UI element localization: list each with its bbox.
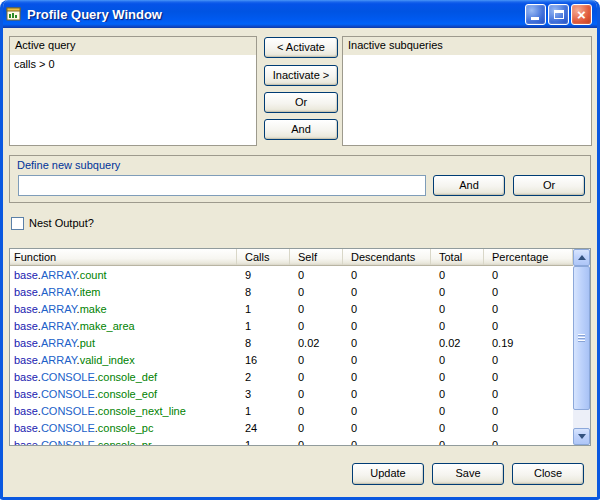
scrollbar-thumb[interactable] bbox=[573, 266, 590, 410]
close-dialog-button[interactable]: Close bbox=[512, 463, 584, 485]
cell-self: 0.02 bbox=[290, 337, 343, 349]
arrow-up-icon bbox=[578, 255, 586, 260]
titlebar[interactable]: Profile Query Window × bbox=[0, 0, 600, 28]
cell-total: 0 bbox=[431, 439, 484, 446]
list-item[interactable]: calls > 0 bbox=[10, 55, 256, 73]
cell-calls: 9 bbox=[237, 269, 290, 281]
cell-descendants: 0 bbox=[343, 422, 431, 434]
cell-descendants: 0 bbox=[343, 286, 431, 298]
arrow-down-icon bbox=[578, 434, 586, 439]
cell-calls: 1 bbox=[237, 320, 290, 332]
column-header-calls[interactable]: Calls bbox=[237, 249, 290, 265]
caption-buttons: × bbox=[525, 4, 592, 25]
screen: Profile Query Window × Active query call… bbox=[0, 0, 600, 500]
scroll-down-button[interactable] bbox=[573, 428, 590, 445]
cell-percentage: 0 bbox=[484, 422, 573, 434]
column-header-total[interactable]: Total bbox=[431, 249, 484, 265]
maximize-button[interactable] bbox=[548, 4, 569, 25]
table-row[interactable]: base.CONSOLE.console_pc 24 0 0 0 0 bbox=[10, 419, 573, 436]
cell-total: 0 bbox=[431, 303, 484, 315]
cell-descendants: 0 bbox=[343, 388, 431, 400]
column-header-percentage[interactable]: Percentage bbox=[484, 249, 573, 265]
cell-calls: 1 bbox=[237, 303, 290, 315]
table-row[interactable]: base.CONSOLE.console_eof 3 0 0 0 0 bbox=[10, 385, 573, 402]
cell-descendants: 0 bbox=[343, 337, 431, 349]
cell-total: 0 bbox=[431, 371, 484, 383]
close-icon: × bbox=[572, 5, 591, 24]
subquery-or-button[interactable]: Or bbox=[513, 175, 585, 196]
inactive-subqueries-label: Inactive subqueries bbox=[343, 37, 591, 55]
cell-total: 0 bbox=[431, 422, 484, 434]
close-button[interactable]: × bbox=[571, 4, 592, 25]
table-row[interactable]: base.ARRAY.valid_index 16 0 0 0 0 bbox=[10, 351, 573, 368]
profile-query-window: Profile Query Window × Active query call… bbox=[0, 0, 600, 500]
cell-calls: 8 bbox=[237, 337, 290, 349]
and-button[interactable]: And bbox=[264, 119, 338, 140]
function-name: base.CONSOLE.console_eof bbox=[10, 388, 237, 400]
cell-descendants: 0 bbox=[343, 354, 431, 366]
cell-self: 0 bbox=[290, 405, 343, 417]
function-name: base.ARRAY.put bbox=[10, 337, 237, 349]
column-header-self[interactable]: Self bbox=[290, 249, 343, 265]
profile-table: Function Calls Self Descendants Total Pe… bbox=[9, 248, 591, 446]
subquery-and-button[interactable]: And bbox=[433, 175, 505, 196]
cell-total: 0 bbox=[431, 320, 484, 332]
or-button[interactable]: Or bbox=[264, 92, 338, 113]
cell-self: 0 bbox=[290, 269, 343, 281]
column-header-function[interactable]: Function bbox=[10, 249, 237, 265]
cell-descendants: 0 bbox=[343, 320, 431, 332]
cell-total: 0 bbox=[431, 269, 484, 281]
table-row[interactable]: base.CONSOLE.console_def 2 0 0 0 0 bbox=[10, 368, 573, 385]
function-name: base.CONSOLE.console_pc bbox=[10, 422, 237, 434]
cell-percentage: 0 bbox=[484, 405, 573, 417]
cell-calls: 3 bbox=[237, 388, 290, 400]
table-body: base.ARRAY.count 9 0 0 0 0 base.ARRAY.it… bbox=[10, 266, 573, 445]
scroll-up-button[interactable] bbox=[573, 249, 590, 266]
cell-total: 0 bbox=[431, 354, 484, 366]
cell-total: 0 bbox=[431, 405, 484, 417]
table-header: Function Calls Self Descendants Total Pe… bbox=[10, 249, 573, 266]
active-query-list[interactable]: calls > 0 bbox=[10, 55, 256, 145]
update-button[interactable]: Update bbox=[352, 463, 424, 485]
function-name: base.CONSOLE.console_next_line bbox=[10, 405, 237, 417]
table-row[interactable]: base.CONSOLE.console_next_line 1 0 0 0 0 bbox=[10, 402, 573, 419]
function-name: base.ARRAY.make bbox=[10, 303, 237, 315]
cell-calls: 2 bbox=[237, 371, 290, 383]
nest-output-checkbox[interactable] bbox=[11, 217, 24, 230]
cell-percentage: 0 bbox=[484, 439, 573, 446]
function-name: base.ARRAY.valid_index bbox=[10, 354, 237, 366]
save-button[interactable]: Save bbox=[432, 463, 504, 485]
cell-total: 0 bbox=[431, 388, 484, 400]
table-row[interactable]: base.ARRAY.make_area 1 0 0 0 0 bbox=[10, 317, 573, 334]
inactivate-button[interactable]: Inactivate > bbox=[264, 65, 338, 86]
cell-total: 0.02 bbox=[431, 337, 484, 349]
cell-self: 0 bbox=[290, 354, 343, 366]
cell-percentage: 0 bbox=[484, 286, 573, 298]
inactive-subqueries-list[interactable] bbox=[343, 55, 591, 145]
column-header-descendants[interactable]: Descendants bbox=[343, 249, 431, 265]
cell-self: 0 bbox=[290, 303, 343, 315]
cell-percentage: 0 bbox=[484, 303, 573, 315]
cell-descendants: 0 bbox=[343, 439, 431, 446]
cell-percentage: 0.19 bbox=[484, 337, 573, 349]
table-row[interactable]: base.ARRAY.count 9 0 0 0 0 bbox=[10, 266, 573, 283]
subquery-input[interactable] bbox=[18, 175, 426, 196]
cell-calls: 1 bbox=[237, 439, 290, 446]
activate-button[interactable]: < Activate bbox=[264, 37, 338, 58]
table-scrollbar[interactable] bbox=[573, 249, 590, 445]
nest-output-row: Nest Output? bbox=[11, 216, 94, 230]
cell-calls: 8 bbox=[237, 286, 290, 298]
table-row[interactable]: base.CONSOLE.console_pr 1 0 0 0 0 bbox=[10, 436, 573, 445]
window-title: Profile Query Window bbox=[27, 7, 520, 22]
client-area: Active query calls > 0 < Activate Inacti… bbox=[3, 28, 597, 497]
cell-percentage: 0 bbox=[484, 388, 573, 400]
table-row[interactable]: base.ARRAY.put 8 0.02 0 0.02 0.19 bbox=[10, 334, 573, 351]
minimize-button[interactable] bbox=[525, 4, 546, 25]
function-name: base.ARRAY.item bbox=[10, 286, 237, 298]
maximize-icon bbox=[554, 10, 564, 19]
active-query-panel: Active query calls > 0 bbox=[9, 36, 257, 146]
table-row[interactable]: base.ARRAY.item 8 0 0 0 0 bbox=[10, 283, 573, 300]
cell-self: 0 bbox=[290, 422, 343, 434]
table-row[interactable]: base.ARRAY.make 1 0 0 0 0 bbox=[10, 300, 573, 317]
function-name: base.ARRAY.count bbox=[10, 269, 237, 281]
